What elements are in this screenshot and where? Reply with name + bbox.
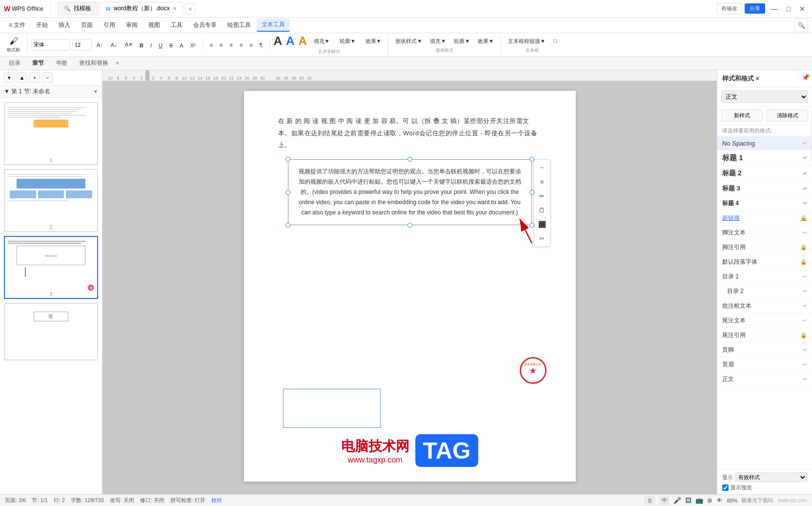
fill2-button[interactable]: 填充▼ bbox=[427, 36, 449, 46]
search-button[interactable]: 🔍 bbox=[794, 19, 808, 32]
handle-bl[interactable] bbox=[285, 223, 290, 228]
status-check[interactable]: 校对 bbox=[211, 497, 222, 504]
rs-preview-check[interactable] bbox=[722, 485, 729, 491]
page-thumb-2[interactable]: 2 bbox=[4, 169, 98, 232]
page-thumb-3[interactable]: text box 3 ★ bbox=[4, 236, 98, 299]
rs-preview-checkbox[interactable]: 显示预览 bbox=[722, 484, 807, 491]
status-input-s[interactable]: S bbox=[644, 496, 655, 505]
nav-tab-close-button[interactable]: ✕ bbox=[115, 60, 120, 66]
effect-button[interactable]: 效果▼ bbox=[363, 36, 385, 46]
font-size-input[interactable] bbox=[72, 39, 92, 51]
status-tv-icon[interactable]: 📺 bbox=[695, 497, 703, 504]
tab-document[interactable]: W word教程（新）.docx ✕ bbox=[100, 2, 183, 15]
font-color-button[interactable]: A bbox=[177, 41, 186, 50]
art-text-a1[interactable]: A bbox=[274, 34, 282, 48]
status-icons-more[interactable]: ⊕ bbox=[707, 497, 712, 504]
clear-format-button[interactable]: A✕ bbox=[122, 40, 136, 49]
italic-button[interactable]: I bbox=[147, 41, 155, 50]
menu-reference[interactable]: 引用 bbox=[99, 19, 120, 31]
superscript-button[interactable]: X² bbox=[187, 41, 199, 50]
align-right-button[interactable]: ≡ bbox=[227, 41, 236, 49]
float-close-button[interactable]: − bbox=[535, 161, 549, 174]
menu-review[interactable]: 审阅 bbox=[121, 19, 142, 31]
sidebar-up-button[interactable]: ▲ bbox=[17, 72, 27, 83]
new-tab-button[interactable]: + bbox=[185, 3, 196, 14]
style-item-endnote-text[interactable]: 尾注文本 ↵ bbox=[717, 314, 812, 328]
fill-button[interactable]: 填充▼ bbox=[311, 36, 333, 46]
menu-tools[interactable]: 工具 bbox=[166, 19, 187, 31]
menu-page[interactable]: 页面 bbox=[76, 19, 98, 31]
menu-view[interactable]: 视图 bbox=[143, 19, 165, 31]
font-size-decrease[interactable]: A↓ bbox=[108, 41, 120, 49]
status-img-icon[interactable]: 🖼 bbox=[685, 497, 691, 504]
handle-tr[interactable] bbox=[529, 157, 534, 162]
font-name-input[interactable] bbox=[31, 39, 70, 51]
style-item-title4[interactable]: 标题 4 ↵ bbox=[717, 196, 812, 211]
tab-find-replace[interactable]: 查找和替换 bbox=[74, 58, 113, 69]
status-view-mode[interactable]: 👁 bbox=[716, 497, 723, 504]
style-item-title3[interactable]: 标题 3 ↵ bbox=[717, 181, 812, 196]
text-frame-extra-button[interactable]: □ bbox=[550, 37, 560, 45]
close-button[interactable]: ✕ bbox=[796, 4, 808, 14]
outline-button[interactable]: 轮廓▼ bbox=[337, 36, 359, 46]
status-input-zh[interactable]: 中 bbox=[659, 496, 670, 505]
handle-bm[interactable] bbox=[407, 223, 412, 228]
format-brush-button[interactable]: 🖌 格式刷 bbox=[4, 35, 23, 55]
rs-clear-format-button[interactable]: 清除格式 bbox=[767, 109, 808, 122]
zoom-control[interactable]: 80% bbox=[727, 498, 737, 504]
float-layout-button[interactable]: ≡ bbox=[535, 175, 549, 189]
tab-find-template[interactable]: 🔍 找模板 bbox=[58, 2, 98, 15]
effect2-button[interactable]: 效果▼ bbox=[475, 36, 497, 46]
doc-scroll[interactable]: 在 新 的 阅 读 视 图 中 阅 读 更 加 容 易。可 以（拆 叠 文 稿）… bbox=[102, 81, 717, 494]
handle-tm[interactable] bbox=[407, 157, 412, 162]
style-item-footer[interactable]: 页脚 ↵ bbox=[717, 343, 812, 358]
style-item-header[interactable]: 页眉 ↵ bbox=[717, 358, 812, 372]
style-item-no-spacing[interactable]: No Spacing ↵ bbox=[717, 137, 812, 150]
outline2-button[interactable]: 轮廓▼ bbox=[451, 36, 473, 46]
page-thumb-4[interactable]: 签 bbox=[4, 303, 98, 360]
art-text-a2[interactable]: A bbox=[286, 34, 294, 48]
handle-br[interactable] bbox=[529, 223, 534, 228]
menu-text-tools[interactable]: 文本工具 bbox=[257, 19, 290, 32]
strikethrough-button[interactable]: S bbox=[166, 41, 176, 50]
handle-tl[interactable] bbox=[285, 157, 290, 162]
style-item-toc1[interactable]: 目录 1 ↵ bbox=[717, 270, 812, 284]
text-box[interactable]: 视频提供了功能强大的方法帮助您证明您的观点。当您单击联机视频时，可以在想要添加的… bbox=[288, 159, 532, 225]
share-button[interactable]: 分享 bbox=[745, 3, 765, 14]
sidebar-minus-button[interactable]: − bbox=[42, 72, 53, 83]
rs-new-style-button[interactable]: 新样式 bbox=[721, 109, 763, 122]
handle-mr[interactable] bbox=[529, 190, 534, 195]
style-item-toc2[interactable]: 目录 2 ↵ bbox=[717, 284, 812, 299]
float-edit-button[interactable]: ✏ bbox=[535, 189, 549, 203]
style-item-footnote-text[interactable]: 脚注文本 ↵ bbox=[717, 226, 812, 240]
style-item-comment[interactable]: 批注框文本 ↵ bbox=[717, 299, 812, 314]
menu-file[interactable]: ≡ 文件 bbox=[4, 19, 30, 31]
blue-text-frame[interactable] bbox=[283, 389, 381, 428]
text-box-container[interactable]: 视频提供了功能强大的方法帮助您证明您的观点。当您单击联机视频时，可以在想要添加的… bbox=[288, 159, 532, 225]
bold-button[interactable]: B bbox=[137, 41, 146, 50]
align-left-button[interactable]: ≡ bbox=[207, 41, 216, 49]
style-item-default-para[interactable]: 默认段落字体 🔒 bbox=[717, 255, 812, 270]
menu-insert[interactable]: 插入 bbox=[54, 19, 75, 31]
shape-style-button[interactable]: 形状样式▼ bbox=[392, 36, 425, 46]
sidebar-add-button[interactable]: + bbox=[29, 72, 40, 83]
tab-close-icon[interactable]: ✕ bbox=[173, 6, 177, 11]
style-item-body[interactable]: 正文 ↵ bbox=[717, 372, 812, 387]
handle-ml[interactable] bbox=[285, 190, 290, 195]
art-text-a3[interactable]: A bbox=[298, 34, 306, 48]
style-item-endnote-ref[interactable]: 尾注引用 🔒 bbox=[717, 328, 812, 343]
align-center-button[interactable]: ≡ bbox=[217, 41, 225, 49]
sidebar-collapse-button[interactable]: ▾ bbox=[4, 72, 15, 83]
underline-button[interactable]: U bbox=[156, 41, 165, 50]
style-item-title1[interactable]: 标题 1 ↵ bbox=[717, 150, 812, 166]
maximize-button[interactable]: □ bbox=[784, 4, 793, 14]
tab-chapter[interactable]: 章节 bbox=[27, 58, 49, 69]
align-justify-button[interactable]: ≡ bbox=[237, 41, 245, 49]
rs-style-select[interactable]: 正文 bbox=[721, 90, 808, 103]
style-item-title2[interactable]: 标题 2 ↵ bbox=[717, 166, 812, 181]
style-item-footnote-ref[interactable]: 脚注引用 🔒 bbox=[717, 240, 812, 255]
font-size-increase[interactable]: A↑ bbox=[94, 41, 106, 49]
rs-show-select[interactable]: 有效样式 bbox=[735, 472, 807, 482]
tab-toc[interactable]: 目录 bbox=[4, 58, 25, 69]
sidebar-section-header[interactable]: ▼ 第 1 节: 未命名 ▼ bbox=[0, 85, 102, 98]
